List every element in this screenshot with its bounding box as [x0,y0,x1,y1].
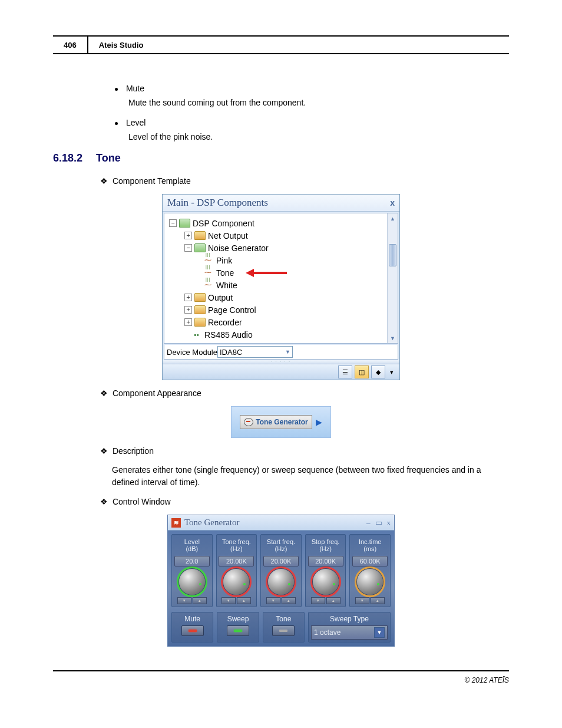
window-icon: ≋ [171,518,181,528]
knob-tonefreq-value[interactable]: 20.00K [219,556,254,566]
toolbar-btn-1[interactable]: ☰ [338,365,352,378]
tree-recorder[interactable]: + Recorder [167,316,395,328]
bullet-mute-desc: Mute the sound coming out from the compo… [128,98,509,107]
bullet-level: Level [115,118,509,127]
inc-button[interactable]: ▴ [282,597,296,604]
chevron-down-icon[interactable]: ▼ [374,627,385,638]
knob-inctime-dial[interactable] [357,569,383,595]
tone-control: Tone [263,612,305,643]
tree-page-control[interactable]: + Page Control [167,304,395,316]
bullet-label: Mute [126,84,144,93]
dec-button[interactable]: ▾ [311,597,325,604]
dsp-bottom-toolbar: ☰ ◫ ◆ ▾ [163,364,399,380]
tree-noise-gen[interactable]: − Noise Generator [167,242,395,254]
tree-pink[interactable]: Pink [167,254,395,266]
dec-button[interactable]: ▾ [355,597,369,604]
dec-button[interactable]: ▾ [177,597,191,604]
tree-output[interactable]: + Output [167,291,395,304]
sweep-type-control: Sweep Type 1 octave ▼ [308,612,391,643]
minimize-icon[interactable]: – [366,518,371,528]
dsp-components-panel: Main - DSP Components x − DSP Component … [162,194,400,380]
knob-inctime-value[interactable]: 60.00K [352,556,388,566]
dsp-tree[interactable]: − DSP Component + Net Output − Noise Gen… [164,213,398,344]
tree-white[interactable]: White [167,279,395,291]
scroll-down-icon[interactable]: ▼ [388,333,398,343]
tree-tone[interactable]: Tone [167,266,395,279]
expand-icon[interactable]: + [184,318,192,326]
section-title: Tone [96,152,121,164]
device-module-row: Device Module IDA8C ▼ [164,345,398,360]
collapse-icon[interactable]: − [184,244,192,252]
sweep-button[interactable] [227,625,249,636]
wave-icon [204,257,214,264]
close-icon[interactable]: x [390,198,395,207]
control-titlebar: ≋ Tone Generator – ▭ x [168,515,394,531]
folder-open-icon [194,243,206,252]
heading-template: ❖ Component Template [100,176,509,186]
collapse-icon[interactable]: − [169,219,177,227]
toolbar-btn-2[interactable]: ◫ [355,365,369,378]
splitter-grip[interactable]: · · · · · [163,360,399,364]
device-module-select[interactable]: IDA8C ▼ [217,346,293,358]
mute-button[interactable] [181,625,204,636]
dsp-panel-titlebar: Main - DSP Components x [163,195,399,212]
inc-button[interactable]: ▴ [326,597,340,604]
knob-stopfreq-value[interactable]: 20.00K [308,556,343,566]
tone-generator-block[interactable]: Tone Generator [240,415,312,429]
folder-icon [194,231,206,240]
mute-control: Mute [171,612,213,643]
knob-tonefreq-dial[interactable] [223,569,249,595]
tree-root[interactable]: − DSP Component [167,217,395,229]
toolbar-dropdown[interactable]: ▾ [388,366,396,378]
bullet-label: Level [126,118,146,127]
knob-level-value[interactable]: 20.0 [174,556,210,566]
folder-icon [194,305,206,314]
bullet-level-desc: Level of the pink noise. [128,132,509,141]
close-icon[interactable]: x [387,518,391,528]
dec-button[interactable]: ▾ [266,597,280,604]
knob-startfreq-dial[interactable] [268,569,294,595]
expand-icon[interactable]: + [184,306,192,314]
tree-rs485[interactable]: ▪▪ RS485 Audio [167,328,395,341]
scrollbar[interactable]: ▲ ▼ [387,213,398,343]
wave-icon [204,282,214,289]
dec-button[interactable]: ▾ [222,597,236,604]
maximize-icon[interactable]: ▭ [375,518,382,528]
page-header: 406 Ateis Studio [53,35,509,54]
folder-icon [194,318,206,327]
bullet-icon [115,122,118,125]
expand-icon[interactable]: + [184,232,192,239]
diamond-icon: ❖ [100,388,108,398]
header-title: Ateis Studio [88,41,144,50]
red-arrow-icon [246,269,287,276]
tone-generator-component[interactable]: Tone Generator ▶ [231,406,330,438]
chevron-down-icon: ▼ [285,349,290,355]
tone-generator-control-window: ≋ Tone Generator – ▭ x Level (dB) 20.0 [167,515,395,647]
expand-icon[interactable]: + [184,294,192,301]
toolbar-btn-3[interactable]: ◆ [371,365,385,378]
knob-stopfreq-dial[interactable] [313,569,339,595]
bullet-icon [115,88,118,91]
inc-button[interactable]: ▴ [237,597,251,604]
tree-net-output[interactable]: + Net Output [167,229,395,242]
inc-button[interactable]: ▴ [371,597,385,604]
diamond-icon: ❖ [100,497,108,506]
knob-level-dial[interactable] [179,569,205,595]
scroll-thumb[interactable] [389,244,396,266]
knob-stop-freq: Stop freq. (Hz) 20.00K ▾ ▴ [305,534,346,607]
knob-startfreq-value[interactable]: 20.00K [263,556,299,566]
heading-control: ❖ Control Window [100,497,509,506]
wave-icon [204,269,214,276]
inc-button[interactable]: ▴ [193,597,207,604]
section-heading: 6.18.2 Tone [53,152,509,164]
knob-inc-time: Inc.time (ms) 60.00K ▾ ▴ [349,534,391,607]
diamond-icon: ❖ [100,176,108,186]
knob-tone-freq: Tone freq. (Hz) 20.00K ▾ ▴ [216,534,257,607]
scroll-up-icon[interactable]: ▲ [388,213,398,223]
description-text: Generates either tone (single frequency)… [112,464,509,489]
dsp-panel-title: Main - DSP Components [167,197,268,209]
sweep-type-select[interactable]: 1 octave ▼ [311,625,388,640]
tone-button[interactable] [272,625,295,636]
heading-description: ❖ Description [100,446,509,456]
output-pin-icon[interactable]: ▶ [316,417,322,427]
